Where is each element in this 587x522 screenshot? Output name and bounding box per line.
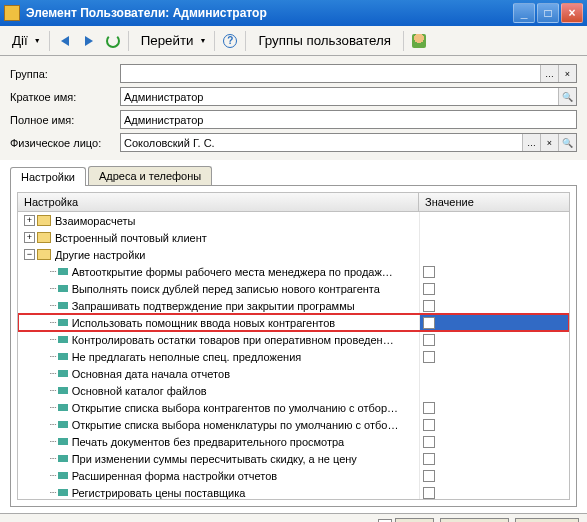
tree-label: Открытие списка выбора контрагентов по у…: [72, 402, 398, 414]
tree-connector: ┈: [50, 469, 56, 482]
help-icon: ?: [223, 34, 237, 48]
clear-button[interactable]: ×: [540, 134, 558, 151]
lookup-button[interactable]: 🔍: [558, 134, 576, 151]
tree-leaf[interactable]: ┈При изменении суммы пересчитывать скидк…: [18, 450, 569, 467]
user-groups-button[interactable]: Группы пользователя: [250, 30, 399, 52]
ok-button[interactable]: OK: [395, 518, 434, 523]
tree-folder[interactable]: +Встроенный почтовый клиент: [18, 229, 569, 246]
actions-menu-label: Дії: [8, 33, 32, 48]
nav-forward-button[interactable]: [78, 30, 100, 52]
value-checkbox[interactable]: [423, 419, 435, 431]
folder-icon: [37, 249, 51, 260]
value-checkbox[interactable]: [423, 283, 435, 295]
form-area: Группа: … × Краткое имя: 🔍 Полное имя: Ф…: [0, 56, 587, 160]
user-icon-button[interactable]: [408, 30, 430, 52]
tree-label: Другие настройки: [55, 249, 145, 261]
group-input[interactable]: [121, 65, 540, 82]
leaf-icon: [58, 268, 68, 275]
tree-leaf[interactable]: ┈Использовать помощник ввода новых контр…: [18, 314, 569, 331]
col-value[interactable]: Значение: [419, 193, 569, 211]
grid-body[interactable]: +Взаиморасчеты+Встроенный почтовый клиен…: [17, 212, 570, 500]
tree-connector: ┈: [50, 418, 56, 431]
value-checkbox[interactable]: ✓: [423, 317, 435, 329]
tree-folder[interactable]: +Взаиморасчеты: [18, 212, 569, 229]
go-menu-label: Перейти: [137, 33, 198, 48]
shortname-input[interactable]: [121, 88, 558, 105]
tree-connector: ┈: [50, 333, 56, 346]
tree-leaf[interactable]: ┈Автооткрытие формы рабочего места менед…: [18, 263, 569, 280]
tabs: Настройки Адреса и телефоны: [10, 166, 577, 185]
col-setting[interactable]: Настройка: [18, 193, 419, 211]
person-field[interactable]: … × 🔍: [120, 133, 577, 152]
tree-connector: ┈: [50, 350, 56, 363]
tree-connector: ┈: [50, 316, 56, 329]
value-checkbox[interactable]: [423, 487, 435, 499]
fullname-input[interactable]: [120, 110, 577, 129]
leaf-icon: [58, 387, 68, 394]
help-button[interactable]: ?: [219, 30, 241, 52]
tree-connector: ┈: [50, 452, 56, 465]
tree-leaf[interactable]: ┈Не предлагать неполные спец. предложени…: [18, 348, 569, 365]
nav-back-button[interactable]: [54, 30, 76, 52]
tab-settings[interactable]: Настройки: [10, 167, 86, 186]
tree-leaf[interactable]: ┈Регистрировать цены поставщика: [18, 484, 569, 500]
value-checkbox[interactable]: [423, 266, 435, 278]
ellipsis-button[interactable]: …: [540, 65, 558, 82]
leaf-icon: [58, 472, 68, 479]
tree-leaf[interactable]: ┈Расширенная форма настройки отчетов: [18, 467, 569, 484]
tree-connector: ┈: [50, 367, 56, 380]
lookup-button[interactable]: 🔍: [558, 88, 576, 105]
save-button[interactable]: Записать: [440, 518, 509, 523]
shortname-label: Краткое имя:: [10, 91, 120, 103]
clear-button[interactable]: ×: [558, 65, 576, 82]
tree-leaf[interactable]: ┈Основной каталог файлов: [18, 382, 569, 399]
tree-leaf[interactable]: ┈Запрашивать подтверждение при закрытии …: [18, 297, 569, 314]
leaf-icon: [58, 438, 68, 445]
tree-leaf[interactable]: ┈Основная дата начала отчетов: [18, 365, 569, 382]
minimize-button[interactable]: _: [513, 3, 535, 23]
tree-leaf[interactable]: ┈Выполнять поиск дублей перед записью но…: [18, 280, 569, 297]
tree-connector: ┈: [50, 282, 56, 295]
expander-icon[interactable]: −: [24, 249, 35, 260]
folder-icon: [37, 232, 51, 243]
tree-label: Использовать помощник ввода новых контра…: [72, 317, 336, 329]
fullname-label: Полное имя:: [10, 114, 120, 126]
shortname-field[interactable]: 🔍: [120, 87, 577, 106]
leaf-icon: [58, 319, 68, 326]
tree-label: Встроенный почтовый клиент: [55, 232, 207, 244]
person-input[interactable]: [121, 134, 522, 151]
go-menu[interactable]: Перейти▼: [133, 30, 211, 52]
tree-label: Регистрировать цены поставщика: [72, 487, 246, 499]
value-checkbox[interactable]: [423, 402, 435, 414]
tree-leaf[interactable]: ┈Открытие списка выбора номенклатуры по …: [18, 416, 569, 433]
leaf-icon: [58, 404, 68, 411]
expander-icon[interactable]: +: [24, 215, 35, 226]
tree-label: Основная дата начала отчетов: [72, 368, 230, 380]
tree-folder[interactable]: −Другие настройки: [18, 246, 569, 263]
leaf-icon: [58, 336, 68, 343]
tab-addresses[interactable]: Адреса и телефоны: [88, 166, 212, 185]
value-checkbox[interactable]: [423, 351, 435, 363]
value-checkbox[interactable]: [423, 334, 435, 346]
maximize-button[interactable]: □: [537, 3, 559, 23]
tab-content: Настройка Значение +Взаиморасчеты+Встрое…: [10, 185, 577, 507]
tree-label: Печать документов без предварительного п…: [72, 436, 345, 448]
ellipsis-button[interactable]: …: [522, 134, 540, 151]
user-icon: [412, 34, 426, 48]
group-field[interactable]: … ×: [120, 64, 577, 83]
leaf-icon: [58, 421, 68, 428]
tree-leaf[interactable]: ┈Открытие списка выбора контрагентов по …: [18, 399, 569, 416]
tree-leaf[interactable]: ┈Контролировать остатки товаров при опер…: [18, 331, 569, 348]
window-close-button[interactable]: ×: [561, 3, 583, 23]
value-checkbox[interactable]: [423, 470, 435, 482]
separator: [214, 31, 215, 51]
expander-icon[interactable]: +: [24, 232, 35, 243]
close-button[interactable]: Закрыть: [515, 518, 579, 523]
value-checkbox[interactable]: [423, 300, 435, 312]
refresh-button[interactable]: [102, 30, 124, 52]
value-checkbox[interactable]: [423, 453, 435, 465]
value-checkbox[interactable]: [423, 436, 435, 448]
tree-leaf[interactable]: ┈Печать документов без предварительного …: [18, 433, 569, 450]
leaf-icon: [58, 370, 68, 377]
actions-menu[interactable]: Дії▼: [4, 30, 45, 52]
